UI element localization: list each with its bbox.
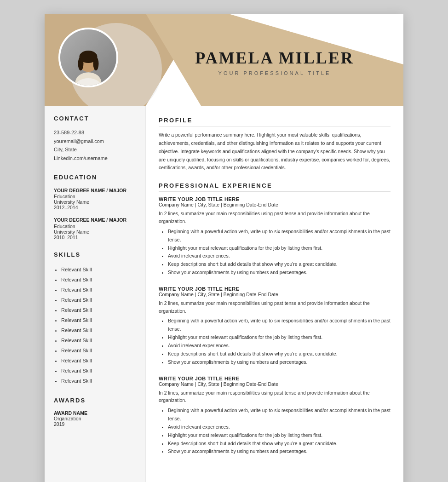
skills-list: Relevant Skill Relevant Skill Relevant S… bbox=[54, 264, 136, 386]
contact-section: CONTACT 23-589-22-88 youremail@gmail.com… bbox=[54, 115, 136, 163]
sidebar: CONTACT 23-589-22-88 youremail@gmail.com… bbox=[45, 106, 146, 482]
job-description-1: In 2 lines, summarize your main responsi… bbox=[159, 210, 391, 225]
contact-details: 23-589-22-88 youremail@gmail.com City, S… bbox=[54, 128, 136, 163]
svg-point-7 bbox=[78, 57, 84, 71]
resume-professional-title: YOUR PROFESSIONAL TITLE bbox=[218, 70, 331, 76]
resume-body: CONTACT 23-589-22-88 youremail@gmail.com… bbox=[45, 106, 403, 482]
contact-phone: 23-589-22-88 bbox=[54, 128, 136, 137]
job-bullet-1-3: Avoid irrelevant experiences. bbox=[168, 252, 391, 260]
resume-name: PAMELA MILLER bbox=[195, 48, 354, 68]
skill-7: Relevant Skill bbox=[61, 325, 136, 335]
avatar bbox=[58, 28, 118, 87]
job-entry-2: WRITE YOUR JOB TITLE HERE Company Name |… bbox=[159, 286, 391, 367]
job-bullet-1-5: Show your accomplishments by using numbe… bbox=[168, 269, 391, 277]
resume-page: PAMELA MILLER YOUR PROFESSIONAL TITLE CO… bbox=[45, 14, 403, 482]
skills-section-title: SKILLS bbox=[54, 251, 136, 260]
job-bullet-2-5: Show your accomplishments by using numbe… bbox=[168, 358, 391, 367]
contact-email: youremail@gmail.com bbox=[54, 137, 136, 146]
main-content: PROFILE Write a powerful performance sum… bbox=[146, 106, 403, 482]
header-name-area: PAMELA MILLER YOUR PROFESSIONAL TITLE bbox=[146, 14, 403, 106]
edu-school-1: University Name bbox=[54, 199, 136, 205]
award-entry-1: AWARD NAME Organization 2019 bbox=[54, 410, 136, 427]
skill-9: Relevant Skill bbox=[61, 345, 136, 356]
contact-linkedin: Linkedin.com/username bbox=[54, 154, 136, 163]
education-entry-2: YOUR DEGREE NAME / MAJOR Education Unive… bbox=[54, 217, 136, 240]
skill-8: Relevant Skill bbox=[61, 335, 136, 345]
edu-degree-1: YOUR DEGREE NAME / MAJOR bbox=[54, 187, 136, 194]
job-bullets-2: Beginning with a powerful action verb, w… bbox=[159, 317, 391, 366]
job-bullets-3: Beginning with a powerful action verb, w… bbox=[159, 407, 391, 456]
job-bullet-1-4: Keep descriptions short but add details … bbox=[168, 260, 391, 269]
skill-5: Relevant Skill bbox=[61, 305, 136, 315]
job-bullet-2-3: Avoid irrelevant experiences. bbox=[168, 342, 391, 350]
job-bullet-2-1: Beginning with a powerful action verb, w… bbox=[168, 317, 391, 333]
job-description-3: In 2 lines, summarize your main responsi… bbox=[159, 389, 391, 405]
profile-section-title: PROFILE bbox=[159, 117, 391, 126]
contact-location: City, State bbox=[54, 145, 136, 154]
edu-field-2: Education bbox=[54, 224, 136, 229]
job-entry-3: WRITE YOUR JOB TITLE HERE Company Name |… bbox=[159, 376, 391, 456]
job-title-3: WRITE YOUR JOB TITLE HERE bbox=[159, 376, 391, 381]
profile-text: Write a powerful performance summary her… bbox=[159, 131, 391, 172]
awards-section: AWARDS AWARD NAME Organization 2019 bbox=[54, 397, 136, 427]
edu-school-2: University Name bbox=[54, 229, 136, 235]
skill-2: Relevant Skill bbox=[61, 275, 136, 285]
job-bullet-3-3: Highlight your most relevant qualificati… bbox=[168, 431, 391, 440]
skill-11: Relevant Skill bbox=[61, 366, 136, 376]
contact-section-title: CONTACT bbox=[54, 115, 136, 124]
job-title-2: WRITE YOUR JOB TITLE HERE bbox=[159, 286, 391, 292]
job-title-1: WRITE YOUR JOB TITLE HERE bbox=[159, 196, 391, 202]
award-org-1: Organization bbox=[54, 416, 136, 421]
job-bullet-3-2: Avoid irrelevant experiences. bbox=[168, 423, 391, 431]
education-section: EDUCATION YOUR DEGREE NAME / MAJOR Educa… bbox=[54, 174, 136, 240]
experience-section-title: PROFESSIONAL EXPERIENCE bbox=[159, 182, 391, 192]
skill-12: Relevant Skill bbox=[61, 376, 136, 386]
job-description-2: In 2 lines, summarize your main responsi… bbox=[159, 299, 391, 315]
skill-1: Relevant Skill bbox=[61, 264, 136, 275]
education-section-title: EDUCATION bbox=[54, 174, 136, 183]
job-bullet-1-2: Highlight your most relevant qualificati… bbox=[168, 244, 391, 252]
profile-section: PROFILE Write a powerful performance sum… bbox=[159, 117, 391, 172]
edu-years-1: 2012–2014 bbox=[54, 205, 136, 210]
education-entry-1: YOUR DEGREE NAME / MAJOR Education Unive… bbox=[54, 187, 136, 211]
job-company-3: Company Name | City, State | Beginning D… bbox=[159, 381, 391, 387]
skill-10: Relevant Skill bbox=[61, 356, 136, 366]
job-bullet-2-2: Highlight your most relevant qualificati… bbox=[168, 333, 391, 342]
svg-point-8 bbox=[93, 57, 99, 71]
job-company-2: Company Name | City, State | Beginning D… bbox=[159, 292, 391, 297]
job-company-1: Company Name | City, State | Beginning D… bbox=[159, 202, 391, 207]
skill-3: Relevant Skill bbox=[61, 285, 136, 295]
award-year-1: 2019 bbox=[54, 421, 136, 427]
skill-4: Relevant Skill bbox=[61, 295, 136, 305]
job-bullets-1: Beginning with a powerful action verb, w… bbox=[159, 228, 391, 277]
awards-section-title: AWARDS bbox=[54, 397, 136, 406]
edu-field-1: Education bbox=[54, 194, 136, 199]
job-bullet-3-4: Keep descriptions short but add details … bbox=[168, 440, 391, 448]
job-bullet-3-5: Show your accomplishments by using numbe… bbox=[168, 448, 391, 456]
job-bullet-1-1: Beginning with a powerful action verb, w… bbox=[168, 228, 391, 244]
job-entry-1: WRITE YOUR JOB TITLE HERE Company Name |… bbox=[159, 196, 391, 277]
skills-section: SKILLS Relevant Skill Relevant Skill Rel… bbox=[54, 251, 136, 386]
job-bullet-3-1: Beginning with a powerful action verb, w… bbox=[168, 407, 391, 423]
resume-header: PAMELA MILLER YOUR PROFESSIONAL TITLE bbox=[45, 14, 403, 106]
award-name-1: AWARD NAME bbox=[54, 410, 136, 416]
edu-years-2: 2010–2011 bbox=[54, 235, 136, 240]
edu-degree-2: YOUR DEGREE NAME / MAJOR bbox=[54, 217, 136, 224]
skill-6: Relevant Skill bbox=[61, 315, 136, 325]
experience-section: PROFESSIONAL EXPERIENCE WRITE YOUR JOB T… bbox=[159, 182, 391, 456]
job-bullet-2-4: Keep descriptions short but add details … bbox=[168, 350, 391, 358]
